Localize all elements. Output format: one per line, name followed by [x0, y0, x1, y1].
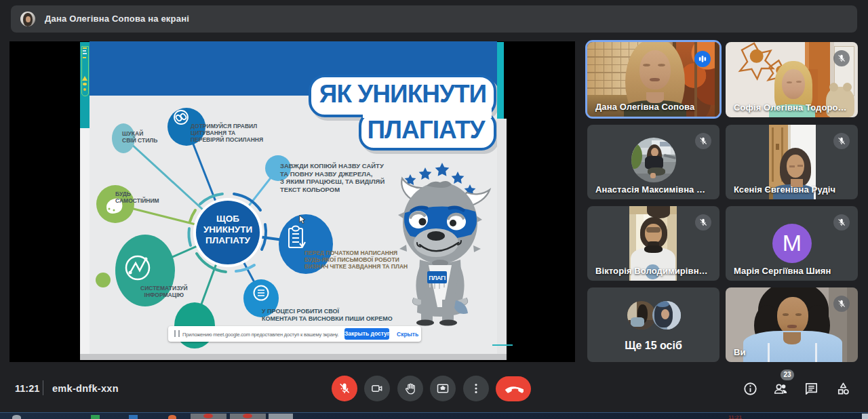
- svg-text:ЩОБ: ЩОБ: [216, 214, 239, 224]
- svg-text:УНИКНУТИ: УНИКНУТИ: [203, 224, 252, 235]
- svg-text:ПЛАГІАТУ: ПЛАГІАТУ: [205, 235, 251, 245]
- svg-text:ПЛАГІ: ПЛАГІ: [429, 275, 445, 281]
